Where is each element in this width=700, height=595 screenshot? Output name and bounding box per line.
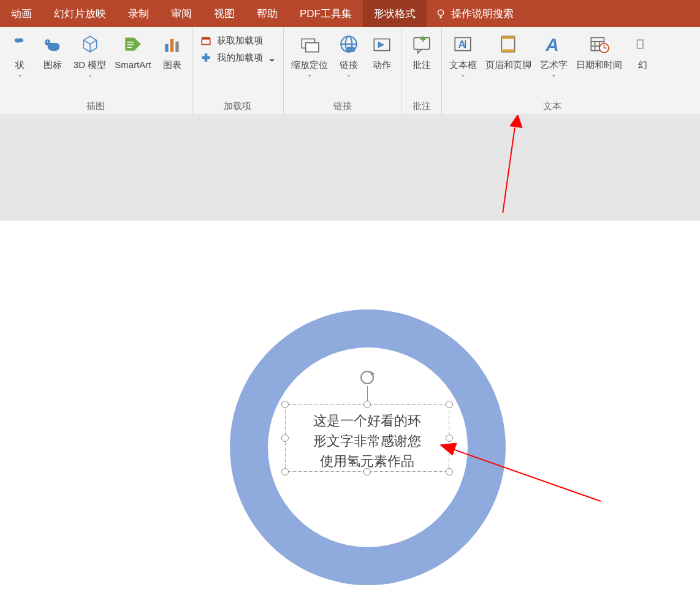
shapes-icon xyxy=(12,36,28,52)
svg-rect-8 xyxy=(170,39,173,52)
svg-rect-9 xyxy=(175,42,178,52)
chart-button[interactable]: 图表 xyxy=(156,29,188,74)
group-label-insert: 插图 xyxy=(4,99,188,113)
tab-slideshow[interactable]: 幻灯片放映 xyxy=(43,0,117,27)
svg-rect-10 xyxy=(202,39,210,45)
svg-point-19 xyxy=(351,48,353,50)
tab-animation[interactable]: 动画 xyxy=(0,0,43,27)
action-button[interactable]: 动作 xyxy=(366,29,398,74)
group-label-links: 链接 xyxy=(287,99,398,113)
resize-handle-tl[interactable] xyxy=(281,401,289,408)
svg-rect-11 xyxy=(202,37,210,39)
svg-marker-48 xyxy=(440,443,457,455)
wordart-icon: A xyxy=(543,34,564,55)
datetime-button[interactable]: 日期和时间 xyxy=(573,29,626,74)
svg-rect-7 xyxy=(165,44,168,52)
textbox-selection[interactable]: 这是一个好看的环 形文字非常感谢您 使用氢元素作品 xyxy=(285,404,449,472)
comment-icon xyxy=(411,34,432,55)
rotate-connector xyxy=(367,386,368,401)
chevron-down-icon: ⌄ xyxy=(17,71,22,78)
lightbulb-icon xyxy=(435,8,446,19)
canvas-area: 这是一个好看的环 形文字非常感谢您 使用氢元素作品 xyxy=(0,115,700,595)
number-icon xyxy=(636,34,650,55)
resize-handle-bl[interactable] xyxy=(281,468,289,476)
svg-marker-46 xyxy=(510,115,524,127)
shapes-button[interactable]: 状 ⌄ xyxy=(4,29,36,80)
get-addins-button[interactable]: 获取加载项 xyxy=(200,34,276,47)
tab-record[interactable]: 录制 xyxy=(117,0,160,27)
ribbon-group-comment: 批注 批注 xyxy=(402,27,442,115)
textbox-button[interactable]: A 文本框 ⌄ xyxy=(446,29,481,80)
svg-rect-13 xyxy=(305,43,318,52)
ribbon-group-text: A 文本框 ⌄ 页眉和页脚 xyxy=(442,27,663,115)
svg-text:A: A xyxy=(545,34,559,55)
action-icon xyxy=(371,34,392,55)
cube-icon xyxy=(80,34,101,55)
textbox-icon: A xyxy=(452,34,473,55)
my-addins-button[interactable]: 我的加载项 ⌄ xyxy=(200,51,276,64)
search-help-label: 操作说明搜索 xyxy=(451,7,514,21)
search-help[interactable]: 操作说明搜索 xyxy=(427,7,522,21)
svg-point-3 xyxy=(47,41,48,42)
ribbon-group-links: 缩放定位 ⌄ 链接 ⌄ xyxy=(284,27,402,115)
svg-marker-21 xyxy=(378,42,384,48)
chevron-down-icon: ⌄ xyxy=(551,71,556,78)
chart-icon xyxy=(162,34,183,55)
rotate-handle[interactable] xyxy=(359,369,376,386)
headerfooter-button[interactable]: 页眉和页脚 xyxy=(482,29,535,74)
smartart-button[interactable]: SmartArt xyxy=(111,29,154,74)
group-label-text: 文本 xyxy=(446,99,659,113)
group-label-comment: 批注 xyxy=(406,99,438,113)
tab-bar: 动画 幻灯片放映 录制 审阅 视图 帮助 PDF工具集 形状格式 操作说明搜索 xyxy=(0,0,700,27)
svg-text:A: A xyxy=(458,39,466,50)
link-button[interactable]: 链接 ⌄ xyxy=(333,29,365,80)
chevron-down-icon: ⌄ xyxy=(88,71,93,78)
store-icon xyxy=(200,35,211,46)
svg-rect-40 xyxy=(637,40,643,48)
ribbon-group-addins: 获取加载项 我的加载项 ⌄ 加载项 xyxy=(192,27,284,115)
chevron-down-icon: ⌄ xyxy=(460,71,465,78)
tab-pdf[interactable]: PDF工具集 xyxy=(289,0,363,27)
textbox-content[interactable]: 这是一个好看的环 形文字非常感谢您 使用氢元素作品 xyxy=(285,404,449,472)
group-label-addins: 加载项 xyxy=(196,99,280,113)
annotation-arrow-top xyxy=(472,115,546,213)
svg-point-18 xyxy=(348,48,349,50)
resize-handle-ml[interactable] xyxy=(281,434,289,442)
zoom-icon xyxy=(299,34,320,55)
resize-handle-bc[interactable] xyxy=(363,468,371,476)
tab-review[interactable]: 审阅 xyxy=(160,0,203,27)
svg-point-0 xyxy=(438,10,444,15)
svg-rect-30 xyxy=(501,50,514,52)
ribbon-group-insert: 状 ⌄ 图标 3D 模型 xyxy=(0,27,192,115)
chevron-down-icon: ⌄ xyxy=(268,52,276,64)
ribbon: 状 ⌄ 图标 3D 模型 xyxy=(0,27,700,115)
slidenum-button[interactable]: 幻 xyxy=(627,29,659,74)
svg-line-47 xyxy=(447,447,601,501)
chevron-down-icon: ⌄ xyxy=(307,71,312,78)
comment-button[interactable]: 批注 xyxy=(406,29,438,74)
tab-help[interactable]: 帮助 xyxy=(246,0,289,27)
link-icon xyxy=(338,34,359,55)
duck-icon xyxy=(42,34,63,55)
svg-rect-29 xyxy=(501,36,514,39)
wordart-button[interactable]: A 艺术字 ⌄ xyxy=(536,29,571,80)
models3d-button[interactable]: 3D 模型 ⌄ xyxy=(70,29,110,80)
headerfooter-icon xyxy=(498,34,519,55)
resize-handle-tc[interactable] xyxy=(363,401,371,408)
tab-view[interactable]: 视图 xyxy=(203,0,246,27)
datetime-icon xyxy=(588,34,609,55)
icons-button[interactable]: 图标 xyxy=(37,29,69,74)
chevron-down-icon: ⌄ xyxy=(346,71,351,78)
tab-shape-format[interactable]: 形状格式 xyxy=(363,0,427,27)
smartart-icon xyxy=(123,34,143,55)
zoom-button[interactable]: 缩放定位 ⌄ xyxy=(287,29,332,80)
svg-line-45 xyxy=(503,128,514,213)
addin-icon xyxy=(200,52,211,63)
annotation-arrow-right xyxy=(429,385,613,507)
